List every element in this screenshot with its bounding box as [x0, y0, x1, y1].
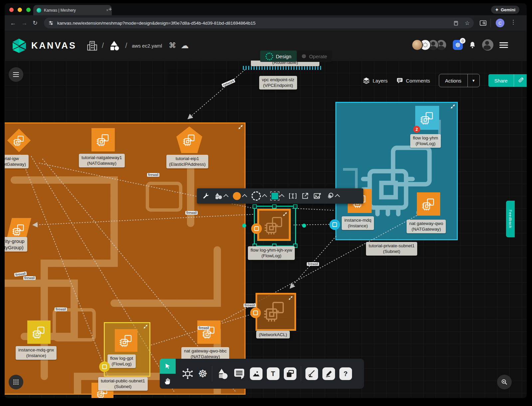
node-label-vpc-endpoint[interactable]: vpc endpoint-slz (VPCEndpoint): [259, 76, 297, 90]
port-flow-log-gpt[interactable]: [99, 361, 110, 372]
component-browser-icon[interactable]: [182, 368, 194, 380]
pan-tool-button[interactable]: [160, 374, 176, 389]
focus-search-picker[interactable]: [326, 192, 340, 200]
zoom-button[interactable]: [497, 375, 512, 389]
select-tool-button[interactable]: [160, 359, 176, 374]
node-instance-mdq-gnx[interactable]: [27, 320, 51, 344]
design-file-name[interactable]: aws ec2.yaml: [132, 43, 162, 49]
resize-handle-icon[interactable]: [283, 212, 287, 216]
node-label-flow-log-yhm-kjh-xyw[interactable]: flow log-yhm-kjh-xyw (FlowLog): [248, 246, 295, 260]
node-tutorial-igw[interactable]: [7, 129, 31, 152]
zoom-window-button[interactable]: [26, 8, 31, 12]
help-tool-icon[interactable]: ?: [339, 367, 352, 380]
rename-text-icon[interactable]: [289, 192, 297, 200]
freehand-tool-icon[interactable]: [322, 367, 335, 380]
collaborator-avatar[interactable]: [412, 39, 423, 51]
share-button[interactable]: Share: [488, 78, 514, 84]
user-avatar[interactable]: [482, 39, 493, 51]
save-page-icon[interactable]: [453, 20, 459, 26]
forward-icon[interactable]: →: [21, 20, 27, 27]
collaborator-avatars[interactable]: [412, 39, 447, 51]
close-window-button[interactable]: [9, 8, 14, 12]
node-label-tutorial-natgateway1[interactable]: tutorial-natgateway1 (NATGateway): [79, 154, 125, 167]
selection-handle[interactable]: [293, 204, 297, 209]
notifications-bell-icon[interactable]: [469, 41, 476, 49]
node-label-security-group[interactable]: al-security-group (SecurityGroup): [5, 237, 27, 252]
node-tutorial-natgateway1[interactable]: [91, 128, 115, 151]
port-flow-log-kjh[interactable]: [251, 223, 262, 234]
sidepanel-search-icon[interactable]: [480, 20, 486, 26]
notification-count-badge[interactable]: 2: [413, 126, 420, 133]
actions-dropdown-caret[interactable]: ▼: [468, 74, 479, 87]
kubernetes-tool-icon[interactable]: ☸: [198, 368, 208, 379]
kanvas-logo[interactable]: [12, 38, 27, 53]
browser-tab[interactable]: Kanvas | Meshery ×: [33, 5, 112, 15]
minimize-window-button[interactable]: [18, 8, 22, 12]
profile-avatar[interactable]: C: [496, 19, 504, 27]
node-nat-gateway-qwo-bbc[interactable]: [197, 320, 221, 344]
connection-dot[interactable]: [302, 224, 306, 228]
fill-color-picker[interactable]: [233, 192, 247, 200]
node-label-instance-mdq[interactable]: instance-mdq (Instance): [342, 216, 374, 230]
kubernetes-context-button[interactable]: ☸ 0: [453, 40, 463, 50]
tab-operate[interactable]: ☸ Operate: [297, 51, 332, 62]
tab-design[interactable]: Design: [260, 51, 297, 62]
node-label-instance-mdq-gnx[interactable]: instance-mdq-gnx (Instance): [16, 346, 57, 360]
node-label-flow-log-yhm[interactable]: flow log-yhm (FlowLog): [410, 134, 441, 148]
node-label-nat-gateway-qwo[interactable]: nat gateway-qwo (NATGateway): [407, 220, 446, 233]
text-tool-icon[interactable]: T: [267, 367, 279, 380]
group-flow-log-gpt[interactable]: flow log-gpt (FlowLog): [104, 322, 150, 377]
new-tab-button[interactable]: +: [108, 6, 112, 13]
resize-handle-icon[interactable]: [144, 325, 147, 328]
design-canvas[interactable]: Layers Comments Actions ▼ Share: [5, 61, 527, 398]
command-icon[interactable]: ⌘: [169, 41, 176, 50]
organization-icon[interactable]: [87, 40, 97, 51]
copy-link-icon[interactable]: [514, 77, 527, 84]
node-network-acl[interactable]: [256, 293, 296, 331]
browser-menu-icon[interactable]: ⋮: [510, 19, 516, 26]
layers-button[interactable]: Layers: [363, 77, 388, 84]
node-label-network-acl[interactable]: (NetworkACL): [256, 331, 290, 338]
tab-close-icon[interactable]: ×: [106, 8, 108, 13]
resize-handle-icon[interactable]: [239, 125, 243, 129]
node-label-tutorial-igw[interactable]: tutorial-igw (InternetGateway): [5, 155, 29, 168]
bookmark-star-icon[interactable]: ☆: [465, 20, 470, 27]
shape-color-picker[interactable]: [271, 193, 284, 199]
port-network-acl[interactable]: [250, 307, 261, 318]
configure-wrench-icon[interactable]: [202, 192, 210, 200]
selection-handle[interactable]: [253, 204, 257, 209]
gemini-button[interactable]: ✦ Gemini: [491, 6, 519, 14]
node-label-tutorial-eip1[interactable]: tutorial-eip1 (ElasticIPAddress): [166, 155, 208, 168]
node-label-flow-log-gpt[interactable]: flow log-gpt (FlowLog): [107, 354, 136, 368]
node-label-tutorial-private-subnet1[interactable]: tutorial-private-subnet1 (Subnet): [366, 242, 417, 256]
open-external-icon[interactable]: [301, 192, 309, 200]
back-icon[interactable]: ←: [10, 20, 16, 27]
app-menu-icon[interactable]: [499, 41, 508, 49]
cloud-sync-icon[interactable]: ☁✓: [181, 41, 189, 50]
border-style-picker[interactable]: [252, 191, 267, 201]
reload-icon[interactable]: ↻: [33, 19, 38, 27]
site-settings-icon[interactable]: [48, 20, 54, 26]
add-image-icon[interactable]: [313, 192, 321, 200]
resize-handle-icon[interactable]: [289, 296, 292, 300]
edge-tool-icon[interactable]: [305, 367, 318, 380]
feedback-tab[interactable]: Feedback: [506, 201, 515, 237]
actions-button[interactable]: Actions: [439, 74, 467, 87]
widgets-grid-button[interactable]: [9, 375, 23, 389]
comment-tool-icon[interactable]: [233, 368, 246, 380]
node-label-tutorial-public-subnet1[interactable]: tutorial-public-subnet1 (Subnet): [98, 377, 148, 391]
shapes-tool-icon[interactable]: [217, 368, 229, 379]
shapes-picker[interactable]: [214, 192, 228, 200]
canvas-menu-button[interactable]: [9, 67, 23, 82]
selection-handle[interactable]: [272, 204, 276, 209]
port-private-subnet[interactable]: [329, 219, 340, 230]
node-tutorial-eip1[interactable]: [176, 126, 202, 153]
node-nat-gateway-qwo[interactable]: [417, 192, 440, 216]
note-tool-icon[interactable]: [284, 367, 296, 380]
image-tool-icon[interactable]: [250, 367, 263, 380]
connection-dot[interactable]: [242, 224, 246, 228]
workspace-shapes-icon[interactable]: [108, 40, 120, 51]
resize-handle-icon[interactable]: [451, 104, 455, 108]
comments-button[interactable]: Comments: [396, 77, 430, 84]
address-bar[interactable]: kanvas.new/extension/meshmap?mode=design…: [44, 18, 474, 28]
